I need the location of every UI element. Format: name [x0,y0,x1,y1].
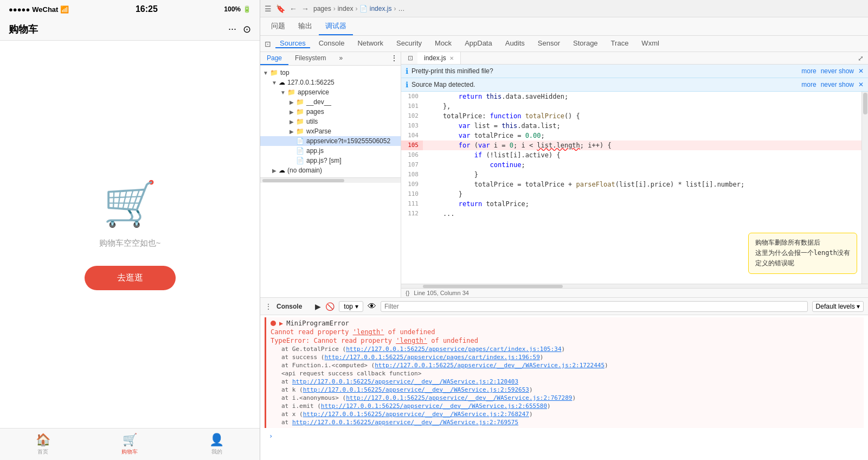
tab-issues[interactable]: 问题 [265,18,292,35]
tree-arrow [288,138,295,144]
close-banner-icon[interactable]: ✕ [858,81,864,88]
tree-appservice-file[interactable]: 📄 appservice?t=159255506052 [260,136,401,146]
pretty-print-actions: more never show ✕ [801,67,864,75]
stack-line-5: at http://127.0.0.1:56225/appservice/__d… [271,378,859,385]
never-show-link[interactable]: never show [821,81,854,88]
tab-appdata[interactable]: AppData [460,39,497,48]
tab-mock[interactable]: Mock [430,39,456,48]
tree-dev[interactable]: ▶ 📁 __dev__ [260,97,401,107]
code-line-109: 109 totalPrice = totalPrice + parseFloat… [401,180,868,189]
tree-arrow [288,148,295,154]
clear-button[interactable]: 🚫 [325,302,335,311]
tab-storage[interactable]: Storage [569,39,602,48]
stack-link-2[interactable]: http://127.0.0.1:56225/appservice/pages/… [324,354,539,361]
tree-utils[interactable]: ▶ 📁 utils [260,117,401,126]
stack-link-7[interactable]: http://127.0.0.1:56225/appservice/__dev_… [346,394,572,401]
stack-link-10[interactable]: http://127.0.0.1:56225/appservice/__dev_… [292,419,518,426]
tab-cart[interactable]: 🛒 购物车 [121,433,138,456]
inspect-icon[interactable]: ⊡ [265,40,271,48]
go-shopping-button[interactable]: 去逛逛 [85,266,176,290]
tab-debugger[interactable]: 调试器 [319,18,353,35]
expand-error-icon[interactable]: ▶ [279,320,283,327]
tab-profile[interactable]: 👤 我的 [209,433,224,456]
never-show-link[interactable]: never show [821,67,854,75]
stack-link-5[interactable]: http://127.0.0.1:56225/appservice/__dev_… [292,378,518,385]
tree-wxparse[interactable]: ▶ 📁 wxParse [260,126,401,136]
close-icon[interactable]: ✕ [449,55,454,61]
stack-link-1[interactable]: http://127.0.0.1:56225/appservice/pages/… [346,346,561,353]
tab-profile-label: 我的 [211,448,222,456]
eye-icon[interactable]: 👁 [368,302,376,311]
record-icon[interactable]: ⊙ [243,23,251,35]
nav-title: 购物车 [9,23,38,36]
expand-icon[interactable]: ⤢ [858,54,864,62]
stack-link-9[interactable]: http://127.0.0.1:56225/appservice/__dev_… [303,411,529,418]
bookmark-icon[interactable]: 🔖 [276,4,285,13]
v-scrollbar[interactable] [861,92,868,284]
editor-split-icon[interactable]: ⊡ [403,52,417,64]
close-banner-icon[interactable]: ✕ [858,67,864,75]
tab-wxml[interactable]: Wxml [637,39,664,48]
tree-appservice[interactable]: ▼ 📁 appservice [260,87,401,97]
more-icon[interactable]: ··· [228,23,236,35]
more-link[interactable]: more [801,81,816,88]
tab-trace[interactable]: Trace [607,39,633,48]
cart-empty-text: 购物车空空如也~ [99,238,161,248]
console-more-indicator[interactable]: › [265,430,864,442]
v-scrollbar-thumb [863,93,867,114]
cart-empty-icon: 🛒 [103,178,157,229]
tab-sensor[interactable]: Sensor [533,39,564,48]
console-context[interactable]: top ▾ [339,301,363,312]
stack-line-9: at x (http://127.0.0.1:56225/appservice/… [271,411,859,418]
tree-appjs-sm[interactable]: 📄 app.js? [sm] [260,156,401,165]
forward-icon[interactable]: → [301,4,309,13]
status-left: ●●●●● WeChat 📶 [9,5,69,14]
sidebar-tab-more[interactable]: » [332,52,349,65]
tab-network[interactable]: Network [353,39,388,48]
back-icon[interactable]: ← [290,4,297,13]
tab-audits[interactable]: Audits [501,39,529,48]
tab-sources[interactable]: Sources [275,39,310,48]
code-editor: ⊡ index.js ✕ ⤢ ℹ Pretty-print this minif… [401,52,868,297]
folder-icon: 📁 [270,69,278,76]
tree-top[interactable]: ▼ 📁 top [260,68,401,78]
stack-link-6[interactable]: http://127.0.0.1:56225/appservice/__dev_… [303,386,529,393]
menu-icon[interactable]: ☰ [265,4,272,13]
more-link[interactable]: more [801,67,816,75]
code-line-107: 107 continue; [401,160,868,170]
editor-tabs: ⊡ index.js ✕ ⤢ [401,52,868,65]
carrier-label: WeChat [32,5,58,14]
tree-pages[interactable]: ▶ 📁 pages [260,107,401,117]
info-icon: ℹ [406,67,408,75]
tree-nodomain[interactable]: ▶ ☁ (no domain) [260,165,401,175]
tab-output[interactable]: 输出 [292,18,319,35]
sidebar-tab-page[interactable]: Page [260,52,288,65]
error-detail-1: TypeError: Cannot read property 'length'… [271,337,859,344]
stack-line-2: at success (http://127.0.0.1:56225/appse… [271,354,859,361]
stack-line-10: at http://127.0.0.1:56225/appservice/__d… [271,419,859,426]
console-level-dropdown[interactable]: Default levels ▾ [812,301,864,312]
sourcemap-actions: more never show ✕ [801,81,864,88]
tree-label-appjs: app.js [306,147,324,155]
stack-link-3[interactable]: http://127.0.0.1:56225/appservice/__dev_… [375,362,605,369]
console-filter-input[interactable] [381,301,808,312]
code-line-103: 103 var list = this.data.list; [401,121,868,131]
editor-tab-indexjs[interactable]: index.js ✕ [417,52,461,64]
sidebar-options-icon[interactable]: ⋮ [388,52,401,65]
file-tree-sidebar: Page Filesystem » ⋮ ▼ 📁 top ▼ ☁ 127.0.0.… [260,52,401,297]
code-h-scrollbar[interactable] [401,284,868,288]
tree-appjs[interactable]: 📄 app.js [260,146,401,156]
tab-security[interactable]: Security [392,39,426,48]
run-button[interactable]: ▶ [315,302,321,311]
annotation-text: 购物车删除所有数据后这里为什么会报一个length没有定义的错误呢 [755,239,850,267]
h-scrollbar[interactable] [260,177,401,183]
tree-label-top: top [280,69,290,76]
console-menu-icon[interactable]: ⋮ [265,302,272,311]
tab-home[interactable]: 🏠 首页 [36,433,50,456]
code-content[interactable]: 100 return this.data.saveHidden; 101 }, … [401,92,868,284]
stack-link-8[interactable]: http://127.0.0.1:56225/appservice/__dev_… [321,403,547,410]
tab-console[interactable]: Console [314,39,349,48]
tree-127001[interactable]: ▼ ☁ 127.0.0.1:56225 [260,78,401,87]
sidebar-tab-filesystem[interactable]: Filesystem [288,52,332,65]
tree-arrow: ▶ [288,119,295,125]
